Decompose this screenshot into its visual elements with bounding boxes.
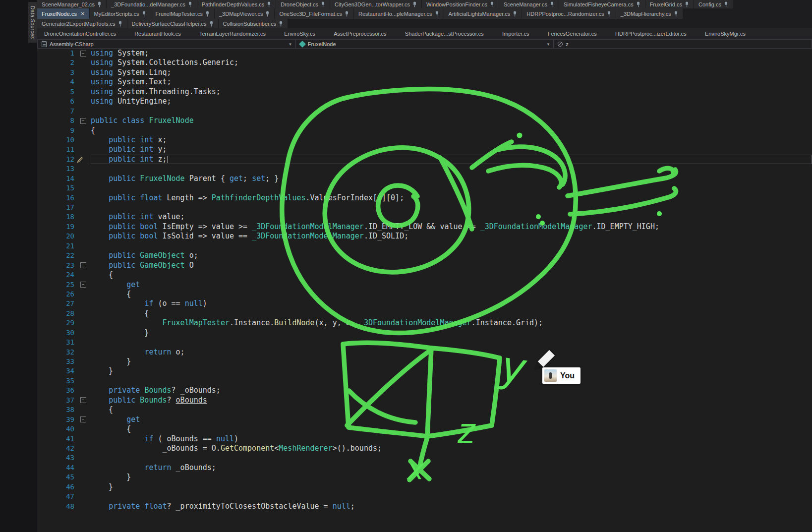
tab-generator2exportmaptools-cs[interactable]: Generator2ExportMapTools.cs <box>37 19 127 28</box>
code-line-21[interactable]: 21 <box>37 241 812 251</box>
code-line-43[interactable]: 43 <box>37 453 812 463</box>
code-line-9[interactable]: 9{ <box>37 126 812 135</box>
code-line-24[interactable]: 24 { <box>37 270 812 280</box>
tab-assetpreprocessor-cs[interactable]: AssetPreprocessor.cs <box>332 28 388 39</box>
pin-icon[interactable] <box>490 1 494 7</box>
code-line-44[interactable]: 44 return _oBounds; <box>37 463 812 473</box>
data-sources-tab[interactable]: Data Sources <box>28 2 37 43</box>
pin-icon[interactable] <box>267 1 271 7</box>
pin-icon[interactable] <box>209 21 214 27</box>
pin-icon[interactable] <box>188 1 192 7</box>
tab-hdrppostproc-randomizer-cs[interactable]: HDRPPostproc...Randomizer.cs <box>522 8 616 19</box>
code-line-40[interactable]: 40 { <box>37 424 812 434</box>
tab--3dfoundatio-delmanager-cs[interactable]: _3DFoundatio...delManager.cs <box>107 0 197 8</box>
code-line-3[interactable]: 3using System.Linq; <box>37 68 812 77</box>
tab-droneobject-cs[interactable]: DroneObject.cs <box>276 0 330 8</box>
code-line-18[interactable]: 18 public int value; <box>37 212 812 222</box>
code-line-16[interactable]: 16 public float Length => PathfinderDept… <box>37 193 812 203</box>
code-line-12[interactable]: 12 public int z; <box>37 155 812 164</box>
code-line-42[interactable]: 42 _oBounds = O.GetComponent<MeshRendere… <box>37 444 812 453</box>
tab-hdrppostproc-izereditor-cs[interactable]: HDRPPostproc...izerEditor.cs <box>613 28 689 39</box>
pin-icon[interactable] <box>142 11 146 17</box>
pin-icon[interactable] <box>435 11 439 17</box>
pin-icon[interactable] <box>636 1 640 7</box>
code-line-37[interactable]: 37 public Bounds? oBounds <box>37 396 812 405</box>
code-line-6[interactable]: 6using UnityEngine; <box>37 97 812 106</box>
tab-restaurantho-plemanager-cs[interactable]: RestaurantHo...pleManager.cs <box>354 8 444 19</box>
tab-collisionsubscriber-cs[interactable]: CollisionSubscriber.cs <box>219 19 288 28</box>
pin-icon[interactable] <box>279 21 283 27</box>
tab-fencesgenerator-cs[interactable]: FencesGenerator.cs <box>546 28 599 39</box>
pin-icon[interactable] <box>412 1 417 7</box>
pin-icon[interactable] <box>607 11 611 17</box>
pin-icon[interactable] <box>205 11 210 17</box>
member-dropdown[interactable]: z <box>553 39 812 49</box>
pin-icon[interactable] <box>513 11 517 17</box>
code-line-17[interactable]: 17 <box>37 203 812 212</box>
tab-fruxelgrid-cs[interactable]: FruxelGrid.cs <box>645 0 694 8</box>
tab-windowpositionfinder-cs[interactable]: WindowPositionFinder.cs <box>422 0 499 8</box>
pin-icon[interactable] <box>724 1 728 7</box>
tab-terrainlayerrandomizer-cs[interactable]: TerrainLayerRandomizer.cs <box>197 28 268 39</box>
code-line-7[interactable]: 7 <box>37 107 812 116</box>
code-line-4[interactable]: 4using System.Text; <box>37 77 812 87</box>
fold-collapse-icon[interactable] <box>75 415 91 424</box>
code-line-22[interactable]: 22 public GameObject o; <box>37 251 812 260</box>
tab-onesec3d-fileformat-cs[interactable]: OneSec3D_FileFormat.cs <box>275 8 353 19</box>
pin-icon[interactable] <box>118 21 122 27</box>
fold-collapse-icon[interactable] <box>75 49 91 58</box>
pin-icon[interactable] <box>685 1 689 7</box>
tab-citygen3dgen-torwrapper-cs[interactable]: CityGen3DGen...torWrapper.cs <box>330 0 421 8</box>
pin-icon[interactable] <box>345 11 349 17</box>
code-line-8[interactable]: 8public class FruxelNode <box>37 116 812 125</box>
tab-restauranthook-cs[interactable]: RestaurantHook.cs <box>132 28 183 39</box>
tab-shaderpackage-stprocessor-cs[interactable]: ShaderPackage...stProcessor.cs <box>403 28 486 39</box>
code-line-47[interactable]: 47 <box>37 492 812 501</box>
code-line-23[interactable]: 23 public GameObject O <box>37 261 812 270</box>
code-line-33[interactable]: 33 } <box>37 357 812 366</box>
pin-icon[interactable] <box>674 11 678 17</box>
code-line-15[interactable]: 15 <box>37 183 812 193</box>
code-line-11[interactable]: 11 public int y; <box>37 145 812 154</box>
fold-collapse-icon[interactable] <box>75 280 91 290</box>
tab-envirosky-cs[interactable]: EnviroSky.cs <box>282 28 317 39</box>
code-line-14[interactable]: 14 public FruxelNode Parent { get; set; … <box>37 174 812 183</box>
code-line-45[interactable]: 45 } <box>37 473 812 482</box>
code-line-27[interactable]: 27 if (o == null) <box>37 299 812 308</box>
code-line-28[interactable]: 28 { <box>37 309 812 318</box>
fold-collapse-icon[interactable] <box>75 396 91 405</box>
code-line-29[interactable]: 29 FruxelMapTester.Instance.BuildNode(x,… <box>37 318 812 328</box>
code-line-46[interactable]: 46 } <box>37 482 812 492</box>
tab--3dmapviewer-cs[interactable]: _3DMapViewer.cs <box>215 8 274 19</box>
code-line-19[interactable]: 19 public bool IsEmpty => value >= _3DFo… <box>37 222 812 232</box>
tab-artificiallightsmanager-cs[interactable]: ArtificialLightsManager.cs <box>444 8 522 19</box>
tab-enviroskymgr-cs[interactable]: EnviroSkyMgr.cs <box>703 28 748 39</box>
type-dropdown[interactable]: FruxelNode ▾ <box>295 39 554 49</box>
code-line-30[interactable]: 30 } <box>37 328 812 338</box>
tab-deliverysurfaceclasshelper-cs[interactable]: DeliverySurfaceClassHelper.cs <box>127 19 218 28</box>
tab-myeditorscripts-cs[interactable]: MyEditorScripts.cs <box>90 8 151 19</box>
code-line-26[interactable]: 26 { <box>37 290 812 299</box>
pin-icon[interactable] <box>550 1 554 7</box>
pin-icon[interactable] <box>321 1 325 7</box>
code-line-32[interactable]: 32 return o; <box>37 348 812 357</box>
code-line-38[interactable]: 38 { <box>37 405 812 414</box>
code-line-13[interactable]: 13 <box>37 164 812 174</box>
tab-config-cs[interactable]: Config.cs <box>694 0 733 8</box>
tab--3dmaphierarchy-cs[interactable]: _3DMapHierarchy.cs <box>616 8 683 19</box>
code-line-20[interactable]: 20 public bool IsSolid => value == _3DFo… <box>37 232 812 241</box>
tab-simulatedfisheyecamera-cs[interactable]: SimulatedFisheyeCamera.cs <box>559 0 645 8</box>
code-line-41[interactable]: 41 if (_oBounds == null) <box>37 434 812 444</box>
tab-scenemanager-02-cs[interactable]: SceneManager_02.cs <box>37 0 106 8</box>
code-line-48[interactable]: 48 private float? _proximityToClosestObs… <box>37 502 812 511</box>
code-line-39[interactable]: 39 get <box>37 415 812 424</box>
fold-collapse-icon[interactable] <box>75 116 91 125</box>
tab-importer-cs[interactable]: Importer.cs <box>500 28 531 39</box>
tab-pathfinderdepthvalues-cs[interactable]: PathfinderDepthValues.cs <box>197 0 276 8</box>
pin-icon[interactable] <box>97 1 102 7</box>
code-line-34[interactable]: 34 } <box>37 366 812 376</box>
code-line-2[interactable]: 2using System.Collections.Generic; <box>37 58 812 67</box>
pin-icon[interactable] <box>265 11 270 17</box>
code-editor[interactable]: 1using System;2using System.Collections.… <box>37 49 812 532</box>
close-icon[interactable]: × <box>81 10 85 17</box>
